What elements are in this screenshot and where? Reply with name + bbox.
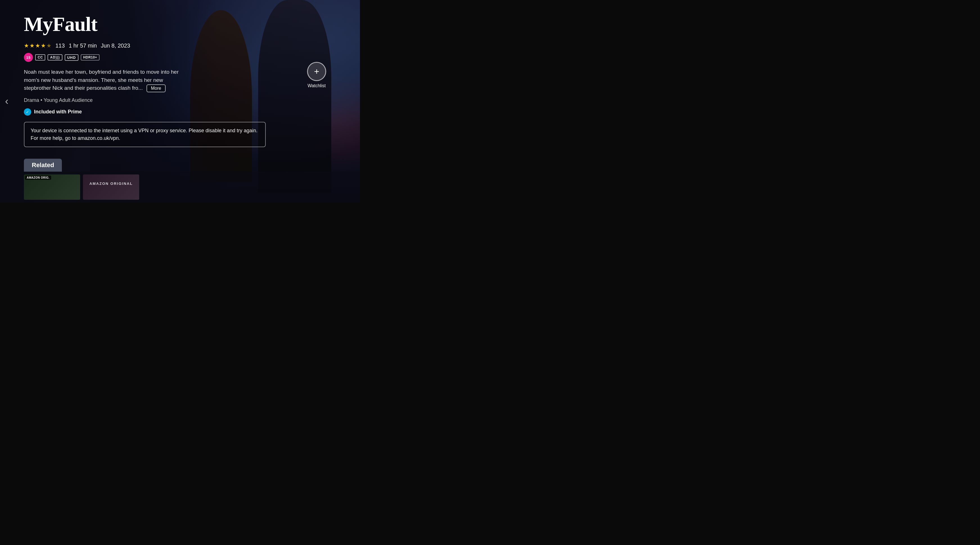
star-1: ★ [24, 42, 29, 49]
amazon-original-label: AMAZON ORIGINAL [89, 182, 133, 186]
more-button[interactable]: More [146, 84, 165, 92]
prime-label: Included with Prime [34, 109, 82, 115]
related-tab[interactable]: Related [24, 159, 62, 172]
star-half: ★ [46, 42, 51, 49]
related-item-1-badge: AMAZON ORIG. [25, 175, 51, 180]
related-section: Related AMAZON ORIG. AMAZON ORIGINAL [0, 159, 360, 202]
hdr-badge: HDR10+ [81, 54, 100, 61]
description-text: Noah must leave her town, boyfriend and … [24, 68, 187, 92]
release-date: Jun 8, 2023 [101, 43, 130, 49]
prime-row: ✓ Included with Prime [24, 108, 360, 116]
genres-text: Drama • Young Adult Audience [24, 97, 360, 103]
prime-checkmark: ✓ [24, 108, 31, 116]
uhd-badge: UHD [65, 54, 78, 61]
duration: 1 hr 57 min [68, 43, 97, 49]
watchlist-button[interactable]: + Watchlist [307, 62, 326, 88]
watchlist-icon: + [307, 62, 326, 81]
star-rating: ★ ★ ★ ★ ★ [24, 42, 51, 49]
rating-count: 113 [56, 43, 65, 49]
star-4: ★ [41, 42, 46, 49]
nav-left-button[interactable]: ‹ [5, 96, 8, 107]
watchlist-label: Watchlist [308, 83, 326, 88]
star-2: ★ [30, 42, 35, 49]
vpn-notice: Your device is connected to the internet… [24, 122, 266, 147]
movie-title: MyFault [24, 13, 360, 36]
meta-row: ★ ★ ★ ★ ★ 113 1 hr 57 min Jun 8, 2023 [24, 42, 360, 49]
badges-row: 15 CC AD))) UHD HDR10+ [24, 53, 360, 62]
age-rating-badge: 15 [24, 53, 33, 62]
related-item-1[interactable]: AMAZON ORIG. [24, 174, 80, 200]
related-row: AMAZON ORIG. AMAZON ORIGINAL [24, 172, 360, 202]
cc-badge: CC [35, 54, 45, 61]
related-item-2[interactable]: AMAZON ORIGINAL [83, 174, 139, 200]
star-3: ★ [35, 42, 40, 49]
ad-badge: AD))) [48, 54, 62, 61]
